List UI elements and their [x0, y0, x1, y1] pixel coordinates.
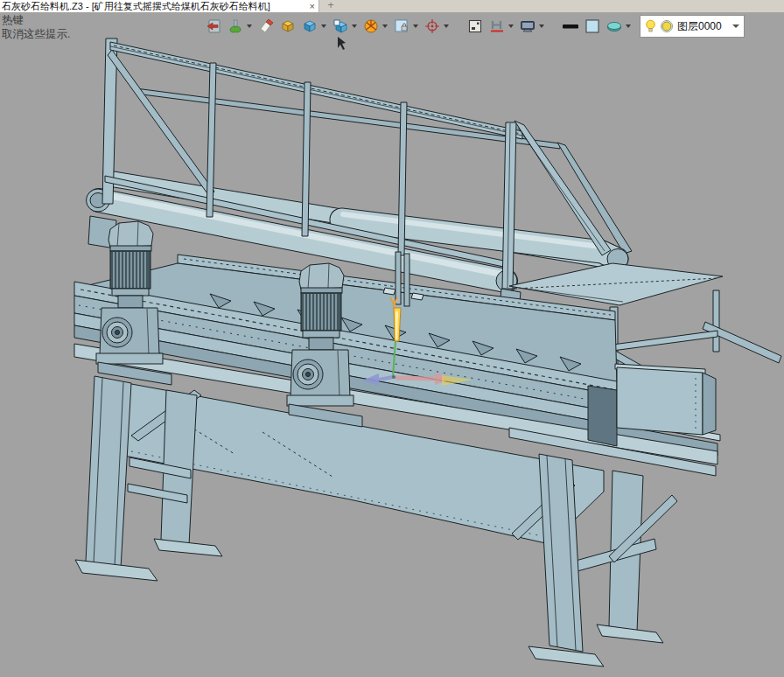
shaded-cube-icon[interactable] — [301, 18, 318, 35]
document-tab-title: 石灰砂石给料机.Z3 - [矿用往复式摇摆式给煤机石灰砂石给料机] — [2, 0, 307, 12]
color-swatch-icon[interactable] — [584, 18, 600, 35]
new-tab-button[interactable]: + — [319, 0, 342, 12]
document-tab-bar: 石灰砂石给料机.Z3 - [矿用往复式摇摆式给煤机石灰砂石给料机] × + — [0, 0, 784, 13]
render-mode-icon[interactable] — [227, 18, 243, 35]
cube-face-icon[interactable] — [332, 18, 348, 35]
layer-combo[interactable]: 图层0000 — [640, 15, 745, 38]
disc-icon[interactable] — [606, 18, 622, 35]
locked-view-icon[interactable] — [393, 18, 410, 35]
shaded-cube-dropdown-arrow[interactable] — [321, 24, 326, 28]
layer-color-icon — [660, 19, 674, 33]
box-icon[interactable] — [279, 18, 296, 35]
line-width-icon[interactable] — [562, 18, 578, 35]
disc-dropdown-arrow[interactable] — [626, 24, 631, 28]
da-toolbar: 图层0000 — [205, 14, 745, 38]
layer-name-label: 图层0000 — [677, 19, 722, 34]
monitor-dropdown-arrow[interactable] — [539, 24, 544, 28]
eraser-icon[interactable] — [257, 18, 274, 35]
model-vibrating-feeder: Y — [0, 0, 784, 677]
hint-text: 热键 取消这些提示. — [2, 13, 70, 41]
bulb-icon — [645, 18, 656, 34]
document-tab[interactable]: 石灰砂石给料机.Z3 - [矿用往复式摇摆式给煤机石灰砂石给料机] × — [0, 0, 319, 12]
target-icon[interactable] — [424, 18, 440, 35]
cube-face-dropdown-arrow[interactable] — [352, 24, 357, 28]
graphics-area[interactable]: Y — [0, 0, 784, 677]
locked-view-dropdown-arrow[interactable] — [413, 24, 418, 28]
datum-h-icon[interactable] — [488, 18, 505, 35]
tab-close-icon[interactable]: × — [310, 1, 315, 11]
render-mode-dropdown-arrow[interactable] — [247, 24, 252, 28]
hint-line-2: 取消这些提示. — [2, 27, 70, 41]
preview-window-icon[interactable] — [466, 18, 483, 35]
target-dropdown-arrow[interactable] — [444, 24, 449, 28]
hint-line-1: 热键 — [2, 13, 70, 27]
exit-icon[interactable] — [205, 18, 221, 35]
layer-dropdown-arrow[interactable] — [732, 24, 739, 28]
monitor-icon[interactable] — [519, 18, 536, 35]
section-wheel-dropdown-arrow[interactable] — [382, 24, 388, 28]
section-wheel-icon[interactable] — [362, 18, 379, 35]
datum-h-dropdown-arrow[interactable] — [508, 24, 514, 28]
